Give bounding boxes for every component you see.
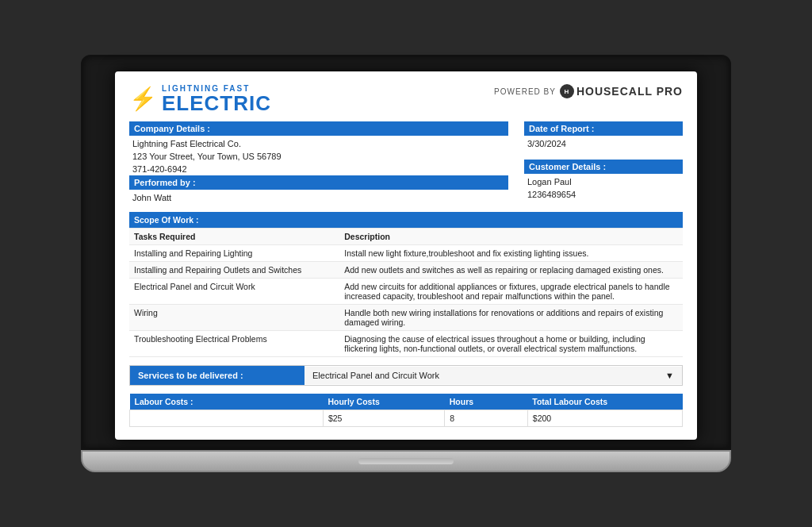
bolt-icon: ⚡	[129, 88, 157, 110]
labour-col-total-header: Total Labour Costs	[527, 394, 682, 410]
scope-row-4: Wiring Handle both new wiring installati…	[129, 305, 683, 331]
scope-of-work-table: Scope Of Work : Tasks Required Descripti…	[129, 212, 683, 357]
task-4: Wiring	[129, 305, 339, 331]
laptop-container: ⚡ LIGHTNING FAST ELECTRIC POWERED BY H H…	[81, 55, 731, 472]
screen-bezel: ⚡ LIGHTNING FAST ELECTRIC POWERED BY H H…	[81, 55, 731, 450]
date-header: Date of Report :	[524, 121, 683, 136]
powered-by-section: POWERED BY H Housecall Pro	[494, 84, 683, 98]
document: ⚡ LIGHTNING FAST ELECTRIC POWERED BY H H…	[115, 71, 697, 440]
laptop-base	[81, 450, 731, 472]
powered-by-label: POWERED BY	[494, 87, 556, 96]
desc-1: Install new light fixture,troubleshoot a…	[339, 245, 683, 262]
labour-hours-value: 8	[445, 410, 528, 427]
labour-data-row: $25 8 $200	[130, 410, 683, 427]
desc-col-header: Description	[339, 229, 683, 245]
desc-5: Diagnosing the cause of electrical issue…	[339, 331, 683, 357]
scope-row-1: Installing and Repairing Lighting Instal…	[129, 245, 683, 262]
doc-header: ⚡ LIGHTNING FAST ELECTRIC POWERED BY H H…	[129, 84, 683, 113]
company-details-header: Company Details :	[129, 121, 508, 136]
customer-name: Logan Paul	[524, 175, 683, 188]
customer-details-header: Customer Details :	[524, 160, 683, 174]
company-info-left: Company Details : Lightning Fast Electri…	[129, 121, 508, 204]
desc-3: Add new circuits for additional applianc…	[339, 279, 683, 305]
hcp-icon: H	[560, 84, 574, 98]
services-delivered-row: Services to be delivered : Electrical Pa…	[129, 365, 683, 386]
scope-header-row: Scope Of Work :	[129, 212, 683, 229]
task-1: Installing and Repairing Lighting	[129, 245, 339, 262]
report-info-right: Date of Report : 3/30/2024 Customer Deta…	[524, 121, 683, 204]
tasks-col-header: Tasks Required	[129, 229, 339, 245]
labour-header-label: Labour Costs :	[130, 394, 324, 410]
labour-col-hours-header: Hours	[445, 394, 528, 410]
labour-empty	[130, 410, 324, 427]
scope-row-2: Installing and Repairing Outlets and Swi…	[129, 262, 683, 279]
services-value: Electrical Panel and Circuit Work	[312, 371, 439, 380]
company-address: 123 Your Street, Your Town, US 56789	[129, 150, 508, 163]
services-dropdown[interactable]: Electrical Panel and Circuit Work ▼	[304, 367, 682, 384]
scope-col-header-row: Tasks Required Description	[129, 229, 683, 245]
scope-row-5: Troubleshooting Electrical Problems Diag…	[129, 331, 683, 357]
scope-row-3: Electrical Panel and Circuit Work Add ne…	[129, 279, 683, 305]
company-phone: 371-420-6942	[129, 163, 508, 175]
dropdown-arrow-icon: ▼	[665, 371, 674, 380]
labour-costs-table: Labour Costs : Hourly Costs Hours Total …	[129, 394, 683, 427]
info-grid: Company Details : Lightning Fast Electri…	[129, 121, 683, 204]
task-2: Installing and Repairing Outlets and Swi…	[129, 262, 339, 279]
desc-4: Handle both new wiring installations for…	[339, 305, 683, 331]
labour-col-hourly-header: Hourly Costs	[323, 394, 444, 410]
report-date: 3/30/2024	[524, 137, 683, 150]
company-name: Lightning Fast Electrical Co.	[129, 137, 508, 150]
labour-total-value: $200	[527, 410, 682, 427]
logo-main-text: ELECTRIC	[162, 93, 271, 113]
desc-2: Add new outlets and switches as well as …	[339, 262, 683, 279]
housecall-name: Housecall Pro	[576, 85, 683, 98]
performed-by-value: John Watt	[129, 191, 508, 204]
task-3: Electrical Panel and Circuit Work	[129, 279, 339, 305]
performed-by-header: Performed by :	[129, 175, 508, 190]
customer-phone: 1236489654	[524, 188, 683, 201]
laptop-screen: ⚡ LIGHTNING FAST ELECTRIC POWERED BY H H…	[115, 71, 697, 440]
services-label: Services to be delivered :	[130, 366, 304, 385]
scope-header-cell: Scope Of Work :	[129, 212, 683, 229]
labour-header-row: Labour Costs : Hourly Costs Hours Total …	[130, 394, 683, 410]
housecall-logo: H Housecall Pro	[560, 84, 683, 98]
task-5: Troubleshooting Electrical Problems	[129, 331, 339, 357]
company-logo: ⚡ LIGHTNING FAST ELECTRIC	[129, 84, 271, 113]
labour-hourly-value: $25	[323, 410, 444, 427]
